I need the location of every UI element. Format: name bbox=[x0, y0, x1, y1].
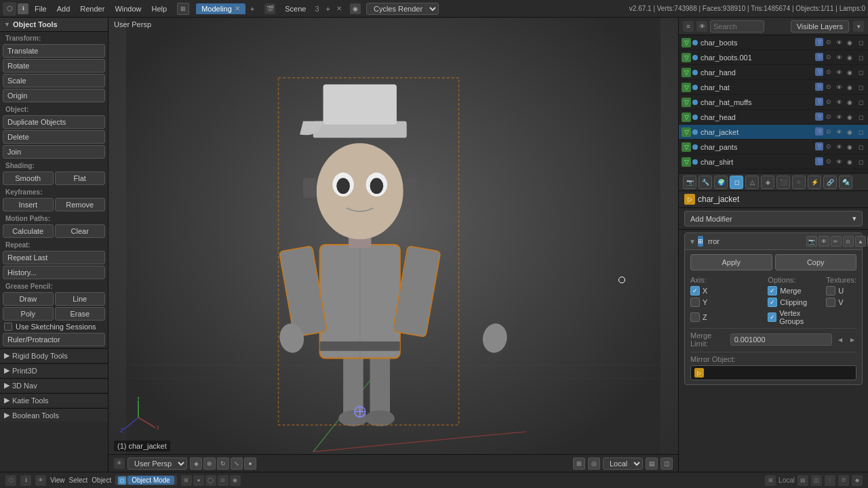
outliner-select-btn[interactable]: ◻ bbox=[856, 68, 865, 77]
bottom-solid-icon[interactable]: ◉ bbox=[230, 475, 241, 486]
render-engine-select[interactable]: Cycles Render bbox=[366, 3, 439, 15]
add-tab-btn[interactable]: + bbox=[247, 3, 258, 14]
prop-particles-icon[interactable]: ⁘ bbox=[792, 176, 806, 189]
clear-btn[interactable]: Clear bbox=[55, 224, 106, 238]
bottom-grid-icon[interactable]: ⊞ bbox=[765, 475, 776, 486]
bottom-timeline-icon[interactable]: ⏱ bbox=[838, 475, 849, 486]
outliner-icon[interactable]: ≡ bbox=[683, 21, 694, 32]
view-icon[interactable]: 👁 bbox=[114, 458, 125, 469]
outliner-item[interactable]: ▽char_head▽⊙👁◉◻ bbox=[679, 110, 868, 125]
v-checkbox[interactable] bbox=[826, 298, 835, 307]
translate-btn[interactable]: Translate bbox=[3, 44, 105, 58]
mod-edit-icon[interactable]: ✏ bbox=[831, 236, 842, 247]
outliner-select-btn[interactable]: ◻ bbox=[856, 142, 865, 152]
remove-btn[interactable]: Remove bbox=[55, 198, 106, 211]
apply-btn[interactable]: Apply bbox=[690, 254, 772, 270]
bottom-keyframe-icon[interactable]: ◆ bbox=[852, 475, 863, 486]
select-icon[interactable]: ◈ bbox=[190, 458, 202, 470]
outliner-select-btn[interactable]: ◻ bbox=[856, 83, 865, 92]
outliner-select-btn[interactable]: ◻ bbox=[856, 38, 865, 47]
outliner-render-btn[interactable]: ◉ bbox=[845, 113, 854, 122]
bottom-sculpt-icon[interactable]: ⋮ bbox=[825, 475, 835, 486]
viewport[interactable]: User Persp bbox=[108, 18, 678, 472]
workspace-tab-modeling[interactable]: Modeling ✕ bbox=[196, 3, 245, 14]
outliner-render-btn[interactable]: ◉ bbox=[845, 127, 854, 137]
topbar-info-icon[interactable]: ℹ bbox=[18, 3, 28, 14]
bottom-snap-icon[interactable]: ⊞ bbox=[181, 475, 192, 486]
boolean-tools-section[interactable]: ▶ Boolean Tools bbox=[0, 408, 108, 422]
outliner-eye-btn[interactable]: 👁 bbox=[834, 68, 844, 77]
outliner-item[interactable]: ▽char_shirt▽⊙👁◉◻ bbox=[679, 155, 868, 169]
outliner-item[interactable]: ▽char_jacket▽⊙👁◉◻ bbox=[679, 125, 868, 140]
nav3d-section[interactable]: ▶ 3D Nav bbox=[0, 378, 108, 392]
add-scene-btn[interactable]: + bbox=[323, 3, 334, 14]
scale-icon[interactable]: ⤡ bbox=[231, 458, 243, 470]
outliner-search-input[interactable] bbox=[710, 20, 764, 33]
outliner-render-btn[interactable]: ◉ bbox=[845, 142, 854, 152]
outliner-select-btn[interactable]: ◻ bbox=[856, 113, 865, 122]
rotate-btn[interactable]: Rotate bbox=[3, 59, 105, 73]
outliner-select-btn[interactable]: ◻ bbox=[856, 157, 865, 167]
erase-btn[interactable]: Erase bbox=[55, 307, 106, 321]
scene-tab[interactable]: Scene bbox=[279, 3, 311, 14]
outliner-eye-btn[interactable]: 👁 bbox=[834, 38, 844, 47]
outliner-item[interactable]: ▽char_hand▽⊙👁◉◻ bbox=[679, 65, 868, 80]
mod-render-icon[interactable]: 📷 bbox=[806, 236, 817, 247]
outliner-render-btn[interactable]: ◉ bbox=[845, 98, 854, 107]
y-checkbox[interactable] bbox=[690, 298, 700, 307]
object-btn[interactable]: Object bbox=[92, 476, 111, 484]
history-btn[interactable]: History... bbox=[3, 266, 105, 279]
repeat-last-btn[interactable]: Repeat Last bbox=[3, 251, 105, 264]
menu-add[interactable]: Add bbox=[52, 3, 75, 14]
overlay-icon[interactable]: ◫ bbox=[660, 458, 673, 470]
outliner-render-btn[interactable]: ◉ bbox=[845, 83, 854, 92]
copy-btn[interactable]: Copy bbox=[775, 254, 857, 270]
merge-checkbox[interactable]: ✓ bbox=[768, 286, 777, 296]
clipping-checkbox[interactable]: ✓ bbox=[768, 298, 777, 307]
layer-icon[interactable]: ▤ bbox=[646, 458, 658, 470]
outliner-select-btn[interactable]: ◻ bbox=[856, 53, 865, 62]
draw-btn[interactable]: Draw bbox=[3, 292, 54, 306]
pivot-select[interactable]: Local bbox=[603, 458, 643, 470]
menu-file[interactable]: File bbox=[30, 3, 52, 14]
modifier-collapse-btn[interactable]: ▼ bbox=[689, 237, 696, 246]
outliner-view-icon[interactable]: 👁 bbox=[696, 21, 707, 32]
close-scene-btn[interactable]: ✕ bbox=[335, 5, 343, 12]
modifier-name-input[interactable] bbox=[705, 237, 804, 245]
outliner-eye-btn[interactable]: 👁 bbox=[834, 127, 844, 137]
merge-limit-left-icon[interactable]: ◀ bbox=[836, 335, 844, 344]
prop-scene-icon[interactable]: 🔧 bbox=[698, 176, 712, 189]
outliner-select-btn[interactable]: ◻ bbox=[856, 98, 865, 107]
sketching-sessions-row[interactable]: Use Sketching Sessions bbox=[0, 321, 108, 332]
bottom-xray-icon[interactable]: ⊙ bbox=[218, 475, 229, 486]
transform-icon[interactable]: ⊕ bbox=[203, 458, 216, 470]
calculate-btn[interactable]: Calculate bbox=[3, 224, 54, 238]
outliner-settings-icon[interactable]: ▾ bbox=[853, 21, 864, 32]
outliner-item[interactable]: ▽char_hat▽⊙👁◉◻ bbox=[679, 80, 868, 95]
outliner-eye-btn[interactable]: 👁 bbox=[834, 157, 844, 167]
u-checkbox[interactable] bbox=[826, 286, 835, 296]
snap-icon[interactable]: ⊞ bbox=[573, 458, 585, 470]
outliner-item[interactable]: ▽char_boots▽⊙👁◉◻ bbox=[679, 35, 868, 50]
outliner-eye-btn[interactable]: 👁 bbox=[834, 83, 844, 92]
print3d-section[interactable]: ▶ Print3D bbox=[0, 363, 108, 377]
prop-object-icon[interactable]: ◻ bbox=[730, 176, 743, 189]
render-icon[interactable]: ● bbox=[244, 458, 256, 470]
prop-modifiers-icon[interactable]: 🔩 bbox=[839, 176, 852, 189]
collapse-arrow[interactable]: ▼ bbox=[4, 21, 10, 28]
visible-layers-btn[interactable]: Visible Layers bbox=[791, 20, 849, 33]
outliner-render-btn[interactable]: ◉ bbox=[845, 68, 854, 77]
outliner-item[interactable]: ▽char_hat_muffs▽⊙👁◉◻ bbox=[679, 95, 868, 110]
outliner-eye-btn[interactable]: 👁 bbox=[834, 98, 844, 107]
merge-limit-right-icon[interactable]: ▶ bbox=[848, 335, 856, 344]
bottom-engine-icon[interactable]: ⬡ bbox=[5, 475, 16, 486]
bottom-shade-icon[interactable]: ● bbox=[193, 475, 204, 486]
outliner-render-btn[interactable]: ◉ bbox=[845, 38, 854, 47]
z-checkbox[interactable] bbox=[690, 312, 700, 322]
close-tab-modeling[interactable]: ✕ bbox=[235, 5, 240, 12]
menu-render[interactable]: Render bbox=[75, 3, 109, 14]
poly-btn[interactable]: Poly bbox=[3, 307, 54, 321]
app-icon[interactable]: ⬡ bbox=[3, 2, 16, 16]
select-btn[interactable]: Select bbox=[69, 476, 88, 484]
mirror-object-val[interactable]: ▷ bbox=[690, 365, 856, 380]
